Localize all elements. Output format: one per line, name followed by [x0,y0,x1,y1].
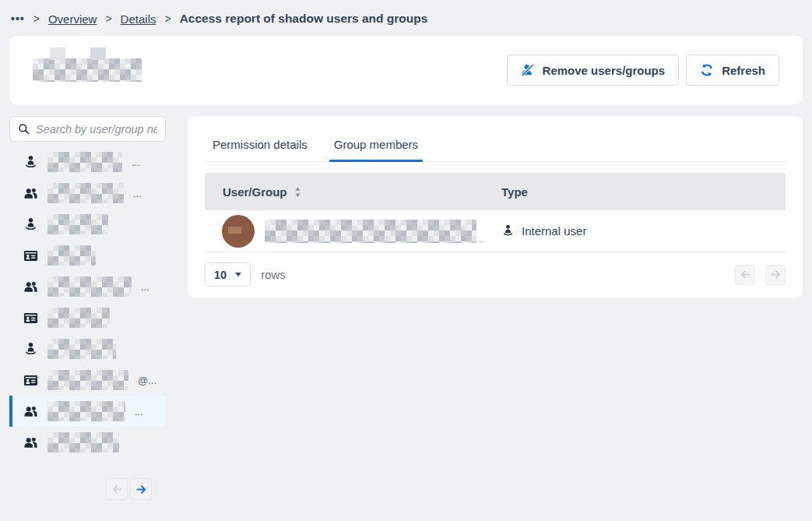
breadcrumb-overflow-icon[interactable]: ••• [11,12,25,25]
group-icon [23,185,38,201]
sidebar-prev-page-button[interactable] [106,478,128,500]
sort-icon[interactable] [294,186,302,198]
refresh-button[interactable]: Refresh [686,55,779,86]
tab-bar: Permission details Group members [205,138,786,162]
name-truncation-suffix: ... [132,157,140,168]
name-truncation-suffix: ... [135,406,143,417]
sidebar-pagination [9,478,166,500]
internal-user-icon [23,154,38,170]
contact-card-icon [23,248,38,263]
chevron-down-icon [235,273,241,276]
table-pagination: 10 rows [205,252,786,297]
page-size-value: 10 [214,269,227,281]
user-group-list-item[interactable] [9,333,166,364]
internal-user-icon [23,216,38,232]
name-truncation-suffix: .. [479,235,484,243]
user-group-list-item[interactable] [9,427,166,458]
user-group-sidebar: ... ... [9,116,166,500]
sidebar-next-page-button[interactable] [130,478,152,500]
redacted-user-group-name [47,370,128,390]
redacted-user-group-name [47,339,116,359]
arrow-right-icon [135,484,147,495]
redacted-user-group-name [47,401,125,421]
table-prev-page-button[interactable] [735,265,755,285]
user-group-list-item[interactable]: @... [9,364,166,396]
column-header-user-group[interactable]: User/Group [205,185,501,199]
refresh-icon [700,63,714,77]
tab-permission-details[interactable]: Permission details [208,138,312,162]
user-group-list-item[interactable] [9,302,166,333]
breadcrumb-separator: > [164,12,170,25]
search-input[interactable] [36,123,157,136]
remove-users-groups-button[interactable]: Remove users/groups [507,55,680,86]
redacted-user-group-name [47,276,132,297]
redacted-user-group-name [47,245,96,266]
table-next-page-button[interactable] [765,265,786,285]
header-actions: Remove users/groups Refresh [507,55,779,86]
redacted-user-group-name [47,152,122,172]
redacted-report-title [33,58,142,82]
arrow-right-icon [770,269,782,280]
internal-user-icon [501,224,515,238]
member-type-cell: Internal user [501,224,586,238]
name-truncation-suffix: ... [141,281,149,293]
group-members-table: User/Group Type .. [205,173,786,297]
member-type-label: Internal user [522,224,586,238]
redacted-user-group-name [47,308,110,328]
group-icon [23,403,38,419]
user-group-list-item[interactable]: ... [9,178,166,209]
remove-user-icon [521,63,535,77]
report-header-card: Remove users/groups Refresh [9,36,803,104]
page-title: Access report of shadow users and groups [180,12,428,26]
user-group-list-item[interactable] [9,209,166,240]
breadcrumb: ••• > Overview > Details > Access report… [0,0,812,36]
redacted-member-name [265,220,476,243]
arrow-left-icon [740,269,751,280]
user-group-list-item[interactable]: ... [9,146,166,178]
table-header-row: User/Group Type [205,173,786,210]
user-group-list-item[interactable] [9,240,166,271]
user-avatar [222,215,255,248]
content-area: ... ... [0,116,812,500]
user-group-list-item[interactable]: ... [9,396,166,427]
tab-group-members[interactable]: Group members [329,138,423,162]
breadcrumb-separator: > [33,12,40,25]
breadcrumb-separator: > [105,12,111,25]
redacted-user-group-name [47,214,108,234]
internal-user-icon [23,341,38,357]
remove-users-groups-label: Remove users/groups [543,64,666,77]
table-row[interactable]: .. Internal user [205,210,786,252]
group-icon [23,279,38,294]
arrow-left-icon [111,484,123,495]
redacted-user-group-name [47,183,124,203]
column-header-type: Type [501,185,528,199]
search-box [9,116,166,142]
page-size-dropdown[interactable]: 10 [205,262,251,287]
group-icon [23,435,38,450]
redacted-user-group-name [47,432,119,452]
refresh-label: Refresh [722,64,765,77]
breadcrumb-link-overview[interactable]: Overview [48,12,97,26]
name-truncation-suffix: @... [138,375,156,386]
name-truncation-suffix: ... [133,188,142,199]
user-group-list: ... ... [9,146,166,458]
contact-card-icon [23,310,38,326]
user-group-list-item[interactable]: ... [9,271,166,302]
search-icon [18,123,30,135]
breadcrumb-link-details[interactable]: Details [121,12,156,26]
contact-card-icon [23,372,38,388]
details-panel: Permission details Group members User/Gr… [188,116,803,297]
rows-label: rows [261,268,286,281]
